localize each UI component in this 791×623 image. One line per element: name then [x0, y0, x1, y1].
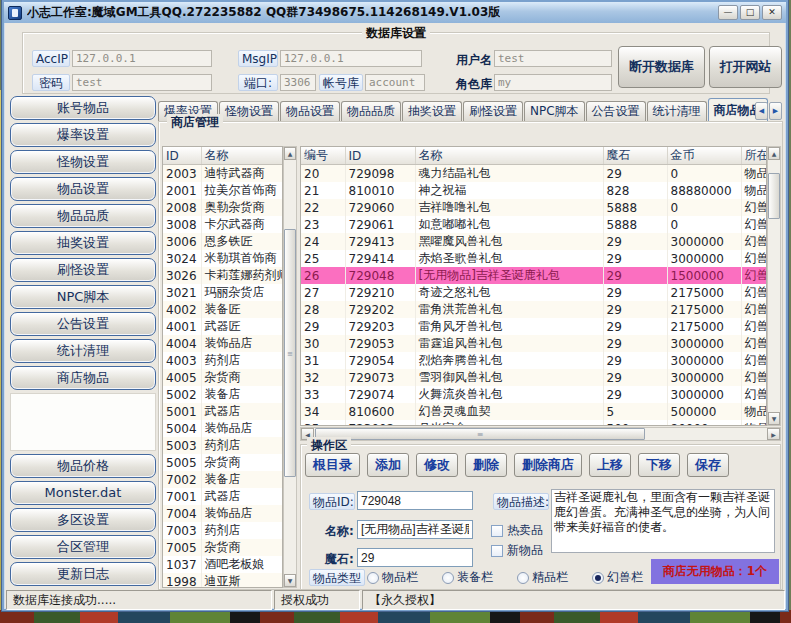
table-row[interactable]: 4003药剂店 [163, 352, 283, 369]
title-bar[interactable]: 小志工作室:魔域GM工具QQ.272235882 QQ群73498675.114… [4, 2, 786, 23]
table-cell[interactable]: 物品 [741, 403, 767, 420]
table-cell[interactable]: 0 [667, 216, 741, 233]
table-cell[interactable]: 幻兽 [741, 250, 767, 267]
table-cell[interactable]: 729061 [345, 216, 415, 233]
table-row[interactable]: 21810010神之祝福82888880000物品 [301, 182, 767, 199]
table-cell[interactable]: 米勒琪首饰商 [201, 250, 283, 267]
table-cell[interactable]: 5888 [603, 199, 667, 216]
table-cell[interactable]: 雷角洪荒兽礼包 [415, 301, 603, 318]
column-header[interactable]: ID [163, 147, 201, 165]
table-cell[interactable]: 幻兽 [741, 233, 767, 250]
table-cell[interactable]: 30 [301, 335, 345, 352]
column-header[interactable]: 名称 [201, 147, 283, 165]
table-cell[interactable]: 3026 [163, 267, 201, 284]
table-cell[interactable]: 2175000 [667, 284, 741, 301]
sidebar-button[interactable]: 公告设置 [10, 312, 156, 336]
table-cell[interactable]: 729210 [345, 284, 415, 301]
table-row[interactable]: 3008卡尔武器商 [163, 216, 283, 233]
new-item-checkbox[interactable]: 新物品 [491, 542, 543, 559]
table-cell[interactable]: 29 [603, 352, 667, 369]
table-cell[interactable]: 杂货商 [201, 539, 283, 556]
table-cell[interactable]: 31 [301, 352, 345, 369]
table-cell[interactable]: 729414 [345, 250, 415, 267]
table-cell[interactable]: 29 [603, 250, 667, 267]
table-row[interactable]: 4005杂货商 [163, 369, 283, 386]
username-input[interactable] [494, 50, 612, 67]
table-cell[interactable]: 奥勒杂货商 [201, 199, 283, 216]
table-cell[interactable]: 7001 [163, 488, 201, 505]
table-cell[interactable]: 5888 [603, 216, 667, 233]
close-button[interactable]: ✕ [762, 5, 782, 20]
table-row[interactable]: 4004装饰品店 [163, 335, 283, 352]
table-cell[interactable]: 29 [603, 369, 667, 386]
table-cell[interactable]: 雪羽御风兽礼包 [415, 369, 603, 386]
table-cell[interactable]: 7003 [163, 522, 201, 539]
table-row[interactable]: 33729074火舞流炎兽礼包293000000幻兽 [301, 386, 767, 403]
table-cell[interactable]: 0 [667, 165, 741, 183]
sidebar-button[interactable]: 物品价格 [10, 454, 156, 478]
operation-button[interactable]: 修改 [416, 453, 458, 477]
operation-button[interactable]: 删除商店 [514, 453, 582, 477]
table-cell[interactable]: 723002 [345, 420, 415, 426]
table-row[interactable]: 2001拉美尔首饰商 [163, 182, 283, 199]
table-cell[interactable]: 迪亚斯 [201, 573, 283, 588]
table-cell[interactable]: 729054 [345, 352, 415, 369]
table-cell[interactable]: 幻兽 [741, 301, 767, 318]
table-row[interactable]: 4002装备匠 [163, 301, 283, 318]
table-cell[interactable]: 杂货商 [201, 454, 283, 471]
table-cell[interactable]: 卡尔武器商 [201, 216, 283, 233]
table-cell[interactable]: 23 [301, 216, 345, 233]
table-cell[interactable]: 幻兽 [741, 318, 767, 335]
table-cell[interactable]: 卡莉莲娜药剂师 [201, 267, 283, 284]
tab[interactable]: 物品设置 [280, 101, 340, 121]
table-row[interactable]: 7001武器店 [163, 488, 283, 505]
table-cell[interactable]: 幻兽 [741, 369, 767, 386]
table-cell[interactable]: 4002 [163, 301, 201, 318]
msgip-input[interactable] [280, 50, 422, 67]
sidebar-button[interactable]: Monster.dat [10, 481, 156, 505]
table-cell[interactable]: 如意嘟嘟礼包 [415, 216, 603, 233]
table-row[interactable]: 35723002月光宝盒50080000物品 [301, 420, 767, 426]
table-cell[interactable]: 29 [603, 284, 667, 301]
table-cell[interactable]: 5 [603, 403, 667, 420]
table-cell[interactable]: 729073 [345, 369, 415, 386]
table-row[interactable]: 1037酒吧老板娘 [163, 556, 283, 573]
scroll-down-icon[interactable]: ▼ [768, 412, 780, 425]
column-header[interactable]: 编号 [301, 147, 345, 165]
table-row[interactable]: 24729413黑曜魔风兽礼包293000000幻兽 [301, 233, 767, 250]
table-cell[interactable]: 1037 [163, 556, 201, 573]
item-list-hscrollbar[interactable]: ◀ ≡ ▶ [300, 427, 781, 441]
port-input[interactable] [280, 74, 316, 91]
table-cell[interactable]: 3000000 [667, 369, 741, 386]
sidebar-button[interactable]: 账号物品 [10, 96, 156, 120]
table-cell[interactable]: 玛丽杂货店 [201, 284, 283, 301]
table-row[interactable]: 4001武器匠 [163, 318, 283, 335]
maximize-button[interactable]: □ [740, 5, 760, 20]
table-row[interactable]: 25729414赤焰圣歌兽礼包293000000幻兽 [301, 250, 767, 267]
scroll-right-icon[interactable]: ▶ [767, 428, 780, 440]
table-cell[interactable]: 4004 [163, 335, 201, 352]
table-cell[interactable]: 29 [603, 233, 667, 250]
tab-scroll-right-icon[interactable]: ▶ [769, 102, 782, 120]
table-cell[interactable]: 7002 [163, 471, 201, 488]
tab-scroll-left-icon[interactable]: ◀ [755, 102, 768, 120]
table-cell[interactable]: 3000000 [667, 335, 741, 352]
table-cell[interactable]: 0 [667, 199, 741, 216]
table-cell[interactable]: 3000000 [667, 250, 741, 267]
sidebar-button[interactable]: 刷怪设置 [10, 258, 156, 282]
item-list-scrollbar[interactable]: ▲ ▼ [767, 146, 781, 426]
table-cell[interactable]: 4003 [163, 352, 201, 369]
sidebar-button[interactable]: 物品设置 [10, 177, 156, 201]
table-cell[interactable]: 1998 [163, 573, 201, 588]
item-type-option[interactable]: 装备栏 [442, 569, 493, 586]
disconnect-db-button[interactable]: 断开数据库 [618, 46, 705, 88]
table-cell[interactable]: 729203 [345, 318, 415, 335]
table-cell[interactable]: 7004 [163, 505, 201, 522]
table-cell[interactable]: 装备店 [201, 471, 283, 488]
sidebar-button[interactable]: 更新日志 [10, 562, 156, 586]
table-row[interactable]: 3026卡莉莲娜药剂师 [163, 267, 283, 284]
table-cell[interactable]: 828 [603, 182, 667, 199]
table-cell[interactable]: 28 [301, 301, 345, 318]
table-row[interactable]: 3021玛丽杂货店 [163, 284, 283, 301]
operation-button[interactable]: 添加 [367, 453, 409, 477]
